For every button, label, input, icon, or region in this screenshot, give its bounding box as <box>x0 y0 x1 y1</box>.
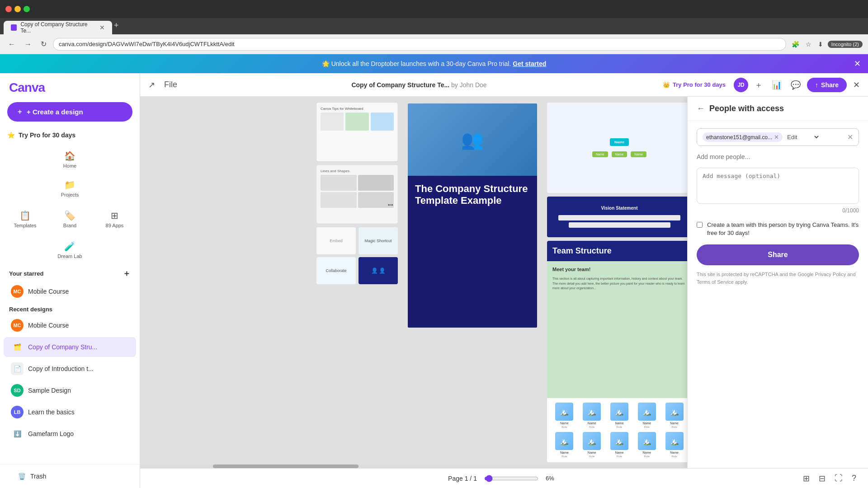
forward-nav-btn[interactable]: → <box>22 38 34 50</box>
tab-close-btn[interactable]: ✕ <box>99 24 105 31</box>
team-structure-preview[interactable]: Team Structure Meet your team! This sect… <box>547 241 692 462</box>
wt-cell-1 <box>321 113 344 131</box>
try-pro-header-btn[interactable]: 👑 Try Pro for 30 days <box>658 79 730 91</box>
editor-title-section: Copy of Company Structure Te... by John … <box>185 81 653 89</box>
try-pro-sidebar-item[interactable]: ⭐ Try Pro for 30 days <box>7 129 132 141</box>
add-more-people-input[interactable] <box>697 151 859 162</box>
person-10-photo: 🏔️ <box>665 432 684 450</box>
clear-email-btn[interactable]: ✕ <box>847 133 853 141</box>
help-icon[interactable]: ? <box>849 471 859 486</box>
file-menu-btn[interactable]: File <box>161 77 180 92</box>
sidebar-item-gamefarm[interactable]: ⬇️ Gamefarm Logo <box>4 424 136 444</box>
message-textarea[interactable] <box>697 168 859 204</box>
line-cell-3 <box>321 192 357 208</box>
bookmark-icon[interactable]: ☆ <box>804 39 813 50</box>
sidebar-item-apps[interactable]: ⊞ 89 Apps <box>97 206 132 233</box>
promo-close-btn[interactable]: ✕ <box>854 59 861 69</box>
recent-section-label: Recent designs <box>9 306 52 313</box>
create-plus-icon: ＋ <box>16 108 23 116</box>
scrollbar-thumb <box>213 465 359 468</box>
org-root-node: Name <box>610 138 629 146</box>
comments-icon[interactable]: 💬 <box>788 77 803 93</box>
url-bar[interactable] <box>53 38 786 51</box>
maximize-window-btn[interactable] <box>24 6 30 12</box>
back-nav-btn[interactable]: ← <box>5 38 18 50</box>
mini-thumbs-row: Embed Magic Shortcut Collaborate 👤 👤 <box>316 227 398 284</box>
cs-text-area: The Company Structure Template Example <box>408 176 537 328</box>
email-chip-text: ethanstone151@gmail.co... <box>706 134 772 141</box>
org-child-3: Name <box>631 151 646 157</box>
share-submit-button[interactable]: Share <box>697 244 859 265</box>
add-collaborator-icon[interactable]: ＋ <box>752 77 765 93</box>
permission-dropdown[interactable]: Edit View Comment <box>785 133 820 141</box>
cs-photo-area: 👥 <box>408 103 537 176</box>
user-avatar[interactable]: JD <box>734 78 748 92</box>
mini-thumb-dark[interactable]: 👤 👤 <box>359 257 398 284</box>
download-icon[interactable]: ⬇ <box>816 39 825 50</box>
vision-statement-preview[interactable]: Vision Statement <box>547 197 692 237</box>
company-structure-col: 👥 The Company Structure Template Example <box>407 103 538 328</box>
wt-cell-2 <box>345 113 368 131</box>
close-editor-icon[interactable]: ✕ <box>850 77 863 93</box>
add-starred-icon[interactable]: ＋ <box>123 268 131 279</box>
person-7: 🏔️ Name Role <box>579 432 605 458</box>
create-design-button[interactable]: ＋ + Create a design <box>7 102 132 122</box>
promo-cta[interactable]: Get started <box>513 60 546 67</box>
sidebar-item-projects[interactable]: 📁 Projects <box>4 175 136 202</box>
sidebar-item-company-structure[interactable]: 🗂️ Copy of Company Stru... <box>4 337 136 357</box>
sidebar-item-brand[interactable]: 🏷️ Brand <box>52 206 88 233</box>
footer-icons: ⊞ ⊟ ⛶ ? <box>800 471 859 486</box>
person-3-role: Role <box>617 426 622 428</box>
external-link-icon[interactable]: ↗ <box>146 77 158 93</box>
person-5-photo: 🏔️ <box>665 403 684 421</box>
trash-item[interactable]: 🗑️ Trash <box>11 469 129 483</box>
projects-icon: 📁 <box>64 179 75 190</box>
sidebar-item-mobile-course-starred[interactable]: MC Mobile Course <box>4 282 136 301</box>
new-tab-button[interactable]: + <box>114 21 119 30</box>
minimize-window-btn[interactable] <box>14 6 21 12</box>
crown-icon: 👑 <box>663 81 670 88</box>
person-3-photo: 🏔️ <box>610 403 628 421</box>
browser-toolbar: ← → ↻ 🧩 ☆ ⬇ Incognito (2) <box>0 34 868 54</box>
sidebar-nav: 🏠 Home 📁 Projects <box>0 145 140 203</box>
refresh-nav-btn[interactable]: ↻ <box>38 38 49 50</box>
fullscreen-icon[interactable]: ⛶ <box>832 471 845 486</box>
sidebar-item-dreamlab[interactable]: 🧪 Dream Lab <box>4 236 136 263</box>
analytics-icon[interactable]: 📊 <box>769 77 784 93</box>
org-chart-preview[interactable]: Name Name Name Name <box>547 103 692 193</box>
share-button[interactable]: ↑ Share <box>807 78 847 92</box>
company-structure-label: Copy of Company Stru... <box>28 343 97 351</box>
person-5-name: Name <box>670 422 679 425</box>
remove-email-chip-btn[interactable]: ✕ <box>774 134 779 141</box>
document-title: Copy of Company Structure Te... <box>351 81 449 89</box>
zoom-level: 6% <box>546 475 560 482</box>
mini-thumb-collaborate[interactable]: Collaborate <box>316 257 356 284</box>
lines-shapes-thumbnail[interactable]: Lines and Shapes ⟺ <box>316 165 398 224</box>
apps-icon: ⊞ <box>111 210 118 221</box>
people-grid-section: 🏔️ Name Role 🏔️ Name Role <box>547 398 692 462</box>
sidebar-item-templates[interactable]: 📋 Templates <box>7 206 43 233</box>
sidebar-item-templates-label: Templates <box>14 223 36 228</box>
close-window-btn[interactable] <box>5 6 12 12</box>
tiles-view-icon[interactable]: ⊟ <box>816 471 828 486</box>
sidebar-item-introduction[interactable]: 📄 Copy of Introduction t... <box>4 359 136 379</box>
person-8-name: Name <box>615 451 624 454</box>
person-9-name: Name <box>642 451 651 454</box>
extensions-icon[interactable]: 🧩 <box>790 39 801 50</box>
whiteboard-thumbnail[interactable]: Canva Tips for Whiteboard <box>316 103 398 161</box>
mini-thumb-magic[interactable]: Magic Shortcut <box>359 227 398 254</box>
team-checkbox[interactable] <box>697 222 703 228</box>
grid-view-icon[interactable]: ⊞ <box>800 471 812 486</box>
sidebar-item-home[interactable]: 🏠 Home <box>4 146 136 173</box>
share-panel-back-btn[interactable]: ← <box>697 104 705 113</box>
sidebar-item-sample-design[interactable]: SD Sample Design <box>4 380 136 400</box>
zoom-slider[interactable] <box>484 475 538 482</box>
browser-tab[interactable]: Copy of Company Structure Te... ✕ <box>4 21 112 34</box>
company-structure-preview[interactable]: 👥 The Company Structure Template Example <box>407 103 538 328</box>
star-icon: ⭐ <box>7 131 15 139</box>
sidebar-item-learn-basics[interactable]: LB Learn the basics <box>4 402 136 422</box>
person-4: 🏔️ Name Role <box>634 403 660 428</box>
mini-thumb-embed[interactable]: Embed <box>316 227 356 254</box>
sidebar-item-mobile-course[interactable]: MC Mobile Course <box>4 315 136 335</box>
team-description: This section is all about capturing impo… <box>552 277 686 291</box>
